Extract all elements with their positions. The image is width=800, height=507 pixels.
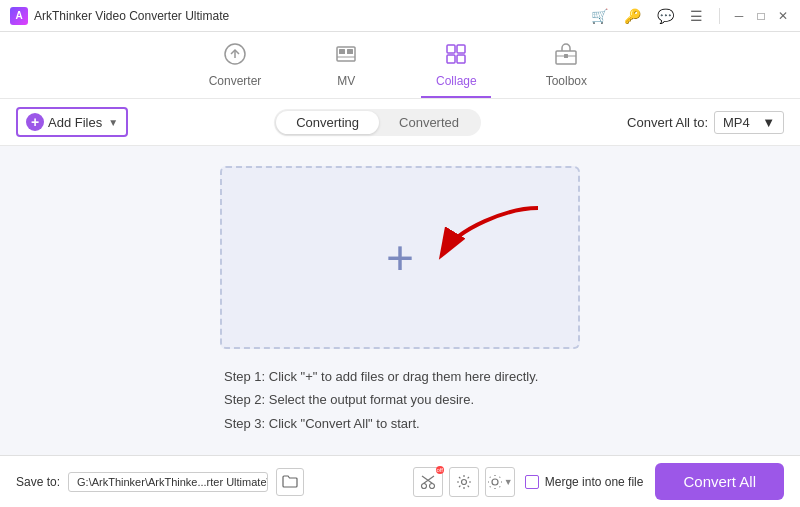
converter-icon	[223, 42, 247, 72]
selected-format: MP4	[723, 115, 750, 130]
converter-tab-label: Converter	[209, 74, 262, 88]
svg-point-14	[429, 483, 434, 488]
save-to-label: Save to:	[16, 475, 60, 489]
chat-icon[interactable]: 💬	[653, 8, 678, 24]
save-to-section: Save to: G:\ArkThinker\ArkThinke...rter …	[16, 468, 403, 496]
minimize-button[interactable]: ─	[732, 9, 746, 23]
maximize-button[interactable]: □	[754, 9, 768, 23]
svg-point-17	[461, 479, 466, 484]
format-dropdown-arrow: ▼	[762, 115, 775, 130]
step-1: Step 1: Click "+" to add files or drag t…	[224, 365, 576, 388]
svg-rect-6	[457, 45, 465, 53]
key-icon[interactable]: 🔑	[620, 8, 645, 24]
tab-collage[interactable]: Collage	[421, 38, 491, 98]
add-files-button[interactable]: + Add Files ▼	[16, 107, 128, 137]
toolbar: + Add Files ▼ Converting Converted Conve…	[0, 99, 800, 146]
toolbox-tab-label: Toolbox	[546, 74, 587, 88]
plus-circle-icon: +	[26, 113, 44, 131]
merge-checkbox-input[interactable]	[525, 475, 539, 489]
tab-toolbox[interactable]: Toolbox	[531, 38, 601, 98]
save-path-display: G:\ArkThinker\ArkThinke...rter Ultimate\…	[68, 472, 268, 492]
svg-point-13	[421, 483, 426, 488]
convert-all-to-label: Convert All to:	[627, 115, 708, 130]
tab-mv[interactable]: MV	[311, 38, 381, 98]
bottom-bar: Save to: G:\ArkThinker\ArkThinke...rter …	[0, 455, 800, 507]
merge-into-one-section[interactable]: Merge into one file	[525, 475, 644, 489]
title-bar: A ArkThinker Video Converter Ultimate 🛒 …	[0, 0, 800, 32]
format-selector[interactable]: MP4 ▼	[714, 111, 784, 134]
sub-tabs: Converting Converted	[274, 109, 481, 136]
browse-folder-button[interactable]	[276, 468, 304, 496]
title-bar-controls: 🛒 🔑 💬 ☰ ─ □ ✕	[587, 8, 790, 24]
bottom-tool-buttons: off ▼	[413, 467, 515, 497]
svg-point-18	[492, 479, 498, 485]
add-files-dropdown-arrow: ▼	[108, 117, 118, 128]
red-arrow-icon	[428, 198, 548, 278]
cut-tool-button[interactable]: off	[413, 467, 443, 497]
convert-all-button[interactable]: Convert All	[655, 463, 784, 500]
drop-zone-plus	[380, 237, 420, 277]
close-button[interactable]: ✕	[776, 9, 790, 23]
svg-rect-7	[447, 55, 455, 63]
svg-rect-11	[564, 54, 568, 58]
mv-tab-label: MV	[337, 74, 355, 88]
svg-rect-3	[347, 49, 353, 54]
nav-tabs: Converter MV Collage	[0, 32, 800, 99]
title-bar-left: A ArkThinker Video Converter Ultimate	[10, 7, 229, 25]
main-content: Step 1: Click "+" to add files or drag t…	[0, 146, 800, 455]
mv-icon	[334, 42, 358, 72]
sub-tab-converting[interactable]: Converting	[276, 111, 379, 134]
add-files-label: Add Files	[48, 115, 102, 130]
collage-icon	[444, 42, 468, 72]
step-2: Step 2: Select the output format you des…	[224, 388, 576, 411]
step-3: Step 3: Click "Convert All" to start.	[224, 412, 576, 435]
merge-checkbox-label: Merge into one file	[545, 475, 644, 489]
title-divider	[719, 8, 720, 24]
convert-all-to-section: Convert All to: MP4 ▼	[627, 111, 784, 134]
cart-icon[interactable]: 🛒	[587, 8, 612, 24]
app-title: ArkThinker Video Converter Ultimate	[34, 9, 229, 23]
right-section: Merge into one file Convert All	[525, 463, 784, 500]
options-tool-button[interactable]: ▼	[485, 467, 515, 497]
svg-rect-5	[447, 45, 455, 53]
steps-instructions: Step 1: Click "+" to add files or drag t…	[220, 365, 580, 435]
svg-line-15	[422, 476, 433, 484]
toolbox-icon	[554, 42, 578, 72]
menu-icon[interactable]: ☰	[686, 8, 707, 24]
cut-tool-badge: off	[436, 466, 444, 474]
drop-zone[interactable]	[220, 166, 580, 349]
svg-rect-8	[457, 55, 465, 63]
settings-tool-button[interactable]	[449, 467, 479, 497]
svg-line-16	[423, 476, 434, 484]
sub-tab-converted[interactable]: Converted	[379, 111, 479, 134]
svg-rect-2	[339, 49, 345, 54]
app-icon: A	[10, 7, 28, 25]
save-path-text: G:\ArkThinker\ArkThinke...rter Ultimate\…	[77, 476, 268, 488]
tab-converter[interactable]: Converter	[199, 38, 272, 98]
collage-tab-label: Collage	[436, 74, 477, 88]
